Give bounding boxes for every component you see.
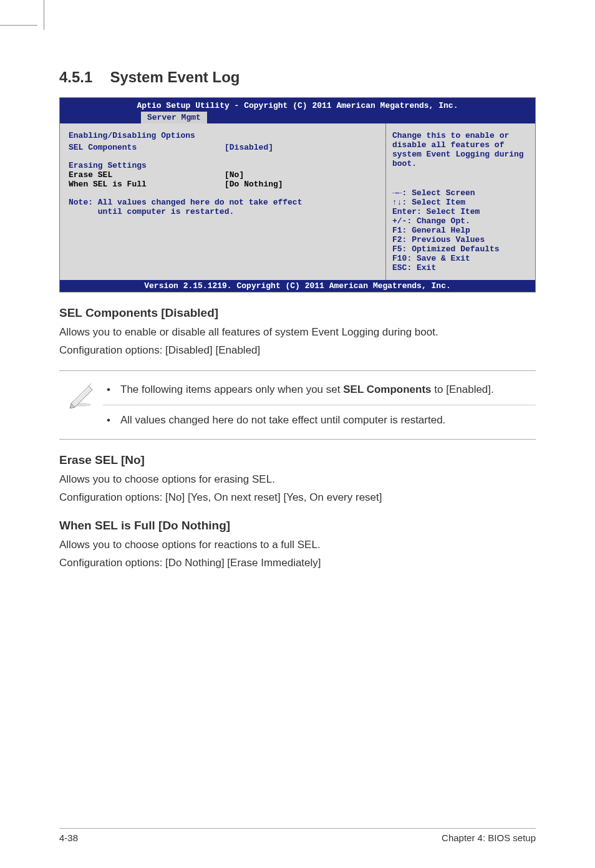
- bios-key-line: F10: Save & Exit: [392, 254, 529, 263]
- bios-header-title: Aptio Setup Utility - Copyright (C) 2011…: [60, 100, 535, 112]
- section-heading: 4.5.1System Event Log: [59, 69, 536, 86]
- bios-value: [Disabled]: [225, 143, 273, 152]
- bios-key-line: F1: General Help: [392, 226, 529, 235]
- note-box: The following items appears only when yo…: [59, 370, 536, 440]
- bios-value: [No]: [225, 170, 244, 180]
- note-content: The following items appears only when yo…: [103, 379, 536, 432]
- bios-left-panel: Enabling/Disabling Options SEL Component…: [60, 123, 385, 280]
- bios-screenshot: Aptio Setup Utility - Copyright (C) 2011…: [59, 97, 536, 292]
- note-item: The following items appears only when yo…: [103, 379, 536, 401]
- crop-mark-vertical: [44, 0, 44, 30]
- paragraph: Allows you to enable or disable all feat…: [59, 325, 536, 340]
- crop-mark-horizontal: [0, 25, 37, 26]
- page-number: 4-38: [59, 832, 78, 843]
- bios-note-line: Note: All values changed here do not tak…: [69, 198, 377, 207]
- page-content: 4.5.1System Event Log Aptio Setup Utilit…: [0, 0, 595, 598]
- bios-row-when-sel-full: When SEL is Full [Do Nothing]: [69, 180, 377, 189]
- pencil-icon: [59, 379, 103, 432]
- chapter-label: Chapter 4: BIOS setup: [442, 832, 536, 843]
- bios-label: When SEL is Full: [69, 180, 225, 189]
- page-footer: 4-38 Chapter 4: BIOS setup: [59, 828, 536, 843]
- note-strong: SEL Components: [343, 383, 431, 395]
- bios-row-erase-sel: Erase SEL [No]: [69, 170, 377, 180]
- bios-key-line: +/-: Change Opt.: [392, 216, 529, 226]
- paragraph: Configuration options: [No] [Yes, On nex…: [59, 490, 536, 506]
- section-title-text: System Event Log: [110, 69, 239, 85]
- note-text: to [Enabled].: [432, 383, 494, 395]
- subheading-sel-components: SEL Components [Disabled]: [59, 306, 536, 320]
- bios-footer-version: Version 2.15.1219. Copyright (C) 2011 Am…: [60, 280, 535, 292]
- bios-row-sel-components: SEL Components [Disabled]: [69, 143, 377, 152]
- bios-label: SEL Components: [69, 143, 225, 152]
- bios-group-heading: Erasing Settings: [69, 161, 377, 170]
- bios-body: Enabling/Disabling Options SEL Component…: [60, 123, 535, 280]
- bios-tab-row: Server Mgmt: [60, 112, 535, 123]
- bios-value: [Do Nothing]: [225, 180, 283, 189]
- subheading-erase-sel: Erase SEL [No]: [59, 453, 536, 467]
- bios-note-line: until computer is restarted.: [69, 207, 377, 216]
- bios-key-line: ↑↓: Select Item: [392, 198, 529, 207]
- bios-header: Aptio Setup Utility - Copyright (C) 2011…: [60, 98, 535, 123]
- bios-key-line: F2: Previous Values: [392, 235, 529, 244]
- paragraph: Configuration options: [Do Nothing] [Era…: [59, 556, 536, 571]
- bios-key-legend: →←: Select Screen ↑↓: Select Item Enter:…: [392, 188, 529, 272]
- note-item: All values changed here do not take effe…: [103, 409, 536, 432]
- section-number: 4.5.1: [59, 69, 92, 86]
- bios-group-heading: Enabling/Disabling Options: [69, 131, 377, 140]
- subheading-when-sel-full: When SEL is Full [Do Nothing]: [59, 519, 536, 533]
- paragraph: Allows you to choose options for erasing…: [59, 472, 536, 488]
- bios-tab-server-mgmt: Server Mgmt: [141, 112, 207, 123]
- bios-help-description: Change this to enable or disable all fea…: [392, 131, 529, 168]
- bios-key-line: ESC: Exit: [392, 263, 529, 272]
- bios-label: Erase SEL: [69, 170, 225, 180]
- note-divider: [103, 405, 536, 405]
- bios-key-line: Enter: Select Item: [392, 207, 529, 216]
- paragraph: Allows you to choose options for reactio…: [59, 538, 536, 553]
- paragraph: Configuration options: [Disabled] [Enabl…: [59, 343, 536, 359]
- bios-key-line: F5: Optimized Defaults: [392, 244, 529, 254]
- bios-right-panel: Change this to enable or disable all fea…: [385, 123, 535, 280]
- bios-key-line: →←: Select Screen: [392, 188, 529, 198]
- note-text: The following items appears only when yo…: [120, 383, 343, 395]
